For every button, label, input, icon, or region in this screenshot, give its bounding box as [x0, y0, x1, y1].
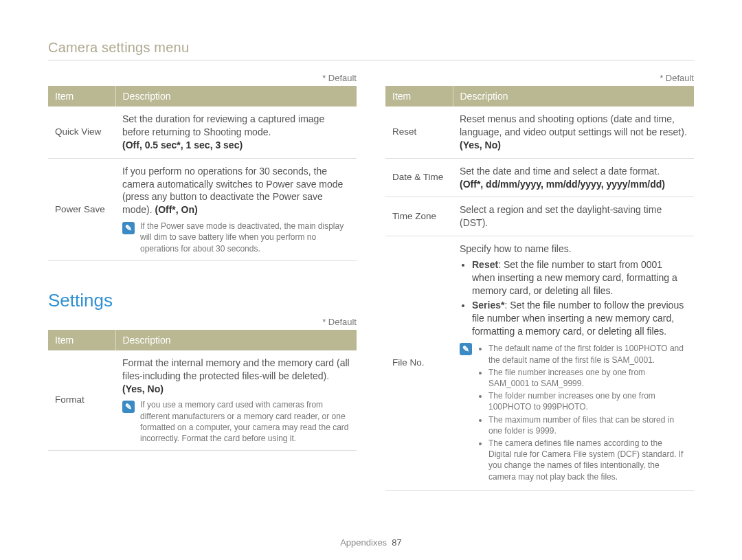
- th-description: Description: [115, 330, 357, 350]
- options-text: (Off*, dd/mm/yyyy, mm/dd/yyyy, yyyy/mm/d…: [460, 179, 665, 190]
- item-power-save: Power Save: [48, 158, 115, 260]
- column-right: * Default Item Description Reset Reset m…: [385, 73, 694, 491]
- desc-time-zone: Select a region and set the daylight-sav…: [453, 197, 694, 236]
- note-icon: ✎: [460, 343, 472, 355]
- table-row: Date & Time Set the date and time and se…: [385, 158, 694, 197]
- desc-power-save: If you perform no operations for 30 seco…: [115, 158, 357, 260]
- list-item: Series*: Set the file number to follow t…: [472, 299, 687, 338]
- list-item: Reset: Set the file number to start from…: [472, 258, 687, 298]
- desc-text: Specify how to name files.: [460, 243, 572, 254]
- table-row: Time Zone Select a region and set the da…: [385, 197, 694, 236]
- note-row: ✎ The default name of the first folder i…: [460, 341, 687, 483]
- item-date-time: Date & Time: [385, 158, 453, 197]
- desc-file-no: Specify how to name files. Reset: Set th…: [453, 236, 694, 490]
- th-description: Description: [453, 86, 694, 107]
- section-heading-settings: Settings: [48, 290, 357, 311]
- item-format: Format: [48, 350, 115, 451]
- table-row: Power Save If you perform no operations …: [48, 158, 357, 260]
- note-text: If you use a memory card used with camer…: [140, 399, 350, 444]
- table-row: Reset Reset menus and shooting options (…: [385, 107, 694, 158]
- list-item: The default name of the first folder is …: [488, 343, 687, 365]
- desc-text: Set the duration for reviewing a capture…: [122, 113, 324, 137]
- note-bullets: The default name of the first folder is …: [477, 341, 687, 483]
- options-text: (Off*, On): [155, 204, 197, 215]
- page-footer: Appendixes 87: [0, 537, 742, 548]
- list-item: The file number increases one by one fro…: [488, 367, 687, 389]
- desc-quick-view: Set the duration for reviewing a capture…: [115, 107, 357, 158]
- title-divider: [48, 60, 694, 60]
- footer-page: 87: [392, 537, 401, 548]
- table-row: Quick View Set the duration for reviewin…: [48, 107, 357, 158]
- table-row: File No. Specify how to name files. Rese…: [385, 236, 694, 490]
- list-item: The maximum number of files that can be …: [488, 414, 687, 436]
- page-title: Camera settings menu: [48, 40, 694, 56]
- item-quick-view: Quick View: [48, 107, 115, 158]
- item-reset: Reset: [385, 107, 453, 158]
- column-left: * Default Item Description Quick View Se…: [48, 73, 357, 491]
- desc-reset: Reset menus and shooting options (date a…: [453, 107, 694, 158]
- options-text: (Yes, No): [460, 139, 501, 150]
- note-row: ✎ If you use a memory card used with cam…: [122, 399, 350, 444]
- th-description: Description: [115, 86, 357, 107]
- bullet-label: Reset: [472, 259, 498, 270]
- th-item: Item: [48, 86, 115, 107]
- list-item: The camera defines file names according …: [488, 438, 687, 482]
- settings-table-right: Item Description Reset Reset menus and s…: [385, 86, 694, 491]
- table-row: Format Format the internal memory and th…: [48, 350, 357, 451]
- bullet-label: Series*: [472, 300, 504, 311]
- note-icon: ✎: [122, 222, 135, 234]
- default-note: * Default: [48, 73, 357, 83]
- bullet-text: : Set the file number to start from 0001…: [472, 259, 677, 296]
- item-file-no: File No.: [385, 236, 453, 490]
- file-no-bullets: Reset: Set the file number to start from…: [460, 258, 687, 337]
- desc-text: Set the date and time and select a date …: [460, 166, 660, 177]
- default-note: * Default: [48, 317, 357, 327]
- note-text: If the Power save mode is deactivated, t…: [140, 221, 350, 254]
- options-text: (Off, 0.5 sec*, 1 sec, 3 sec): [122, 139, 243, 150]
- note-icon: ✎: [122, 401, 135, 413]
- desc-date-time: Set the date and time and select a date …: [453, 158, 694, 197]
- th-item: Item: [385, 86, 453, 107]
- default-note: * Default: [385, 73, 694, 83]
- list-item: The folder number increases one by one f…: [488, 390, 687, 412]
- th-item: Item: [48, 330, 115, 350]
- desc-text: Reset menus and shooting options (date a…: [460, 113, 687, 137]
- sound-table: Item Description Quick View Set the dura…: [48, 86, 357, 261]
- desc-format: Format the internal memory and the memor…: [115, 350, 357, 451]
- item-time-zone: Time Zone: [385, 197, 453, 236]
- footer-section: Appendixes: [340, 537, 387, 548]
- desc-text: Select a region and set the daylight-sav…: [460, 204, 662, 228]
- options-text: (Yes, No): [122, 383, 164, 394]
- settings-table-left: Item Description Format Format the inter…: [48, 330, 357, 451]
- note-row: ✎ If the Power save mode is deactivated,…: [122, 221, 350, 254]
- desc-text: Format the internal memory and the memor…: [122, 357, 350, 381]
- bullet-text: : Set the file number to follow the prev…: [472, 300, 684, 337]
